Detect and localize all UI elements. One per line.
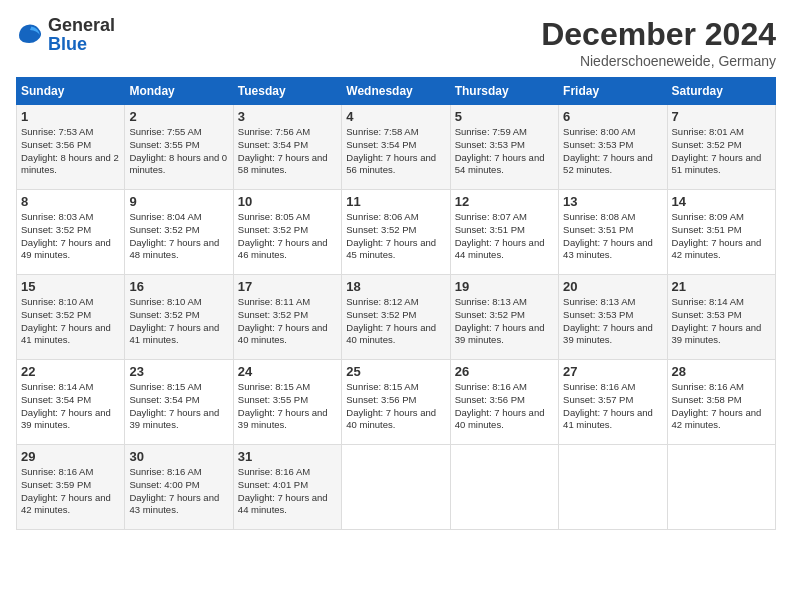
day-cell: 5 Sunrise: 7:59 AMSunset: 3:53 PMDayligh… <box>450 105 558 190</box>
day-detail: Sunrise: 8:12 AMSunset: 3:52 PMDaylight:… <box>346 296 445 347</box>
day-cell: 31 Sunrise: 8:16 AMSunset: 4:01 PMDaylig… <box>233 445 341 530</box>
header-friday: Friday <box>559 78 667 105</box>
day-cell: 9 Sunrise: 8:04 AMSunset: 3:52 PMDayligh… <box>125 190 233 275</box>
day-detail: Sunrise: 8:15 AMSunset: 3:55 PMDaylight:… <box>238 381 337 432</box>
day-number: 30 <box>129 449 228 464</box>
day-detail: Sunrise: 8:16 AMSunset: 4:00 PMDaylight:… <box>129 466 228 517</box>
day-number: 18 <box>346 279 445 294</box>
day-number: 1 <box>21 109 120 124</box>
day-cell: 21 Sunrise: 8:14 AMSunset: 3:53 PMDaylig… <box>667 275 775 360</box>
day-number: 29 <box>21 449 120 464</box>
day-detail: Sunrise: 8:16 AMSunset: 3:58 PMDaylight:… <box>672 381 771 432</box>
day-detail: Sunrise: 8:10 AMSunset: 3:52 PMDaylight:… <box>129 296 228 347</box>
week-row-5: 29 Sunrise: 8:16 AMSunset: 3:59 PMDaylig… <box>17 445 776 530</box>
day-number: 4 <box>346 109 445 124</box>
day-cell: 24 Sunrise: 8:15 AMSunset: 3:55 PMDaylig… <box>233 360 341 445</box>
day-detail: Sunrise: 8:04 AMSunset: 3:52 PMDaylight:… <box>129 211 228 262</box>
day-cell: 7 Sunrise: 8:01 AMSunset: 3:52 PMDayligh… <box>667 105 775 190</box>
day-detail: Sunrise: 8:14 AMSunset: 3:54 PMDaylight:… <box>21 381 120 432</box>
day-number: 25 <box>346 364 445 379</box>
day-detail: Sunrise: 8:07 AMSunset: 3:51 PMDaylight:… <box>455 211 554 262</box>
day-detail: Sunrise: 8:10 AMSunset: 3:52 PMDaylight:… <box>21 296 120 347</box>
day-detail: Sunrise: 8:16 AMSunset: 3:56 PMDaylight:… <box>455 381 554 432</box>
day-number: 28 <box>672 364 771 379</box>
day-number: 27 <box>563 364 662 379</box>
day-detail: Sunrise: 7:53 AMSunset: 3:56 PMDaylight:… <box>21 126 120 177</box>
header-wednesday: Wednesday <box>342 78 450 105</box>
day-cell: 3 Sunrise: 7:56 AMSunset: 3:54 PMDayligh… <box>233 105 341 190</box>
day-number: 5 <box>455 109 554 124</box>
day-cell: 30 Sunrise: 8:16 AMSunset: 4:00 PMDaylig… <box>125 445 233 530</box>
week-row-4: 22 Sunrise: 8:14 AMSunset: 3:54 PMDaylig… <box>17 360 776 445</box>
week-row-3: 15 Sunrise: 8:10 AMSunset: 3:52 PMDaylig… <box>17 275 776 360</box>
day-cell: 1 Sunrise: 7:53 AMSunset: 3:56 PMDayligh… <box>17 105 125 190</box>
day-cell: 14 Sunrise: 8:09 AMSunset: 3:51 PMDaylig… <box>667 190 775 275</box>
day-cell: 27 Sunrise: 8:16 AMSunset: 3:57 PMDaylig… <box>559 360 667 445</box>
day-detail: Sunrise: 8:13 AMSunset: 3:53 PMDaylight:… <box>563 296 662 347</box>
logo: General Blue <box>16 16 115 54</box>
day-number: 6 <box>563 109 662 124</box>
day-cell: 20 Sunrise: 8:13 AMSunset: 3:53 PMDaylig… <box>559 275 667 360</box>
day-number: 9 <box>129 194 228 209</box>
day-number: 16 <box>129 279 228 294</box>
day-cell <box>450 445 558 530</box>
day-number: 21 <box>672 279 771 294</box>
day-cell: 22 Sunrise: 8:14 AMSunset: 3:54 PMDaylig… <box>17 360 125 445</box>
day-cell <box>559 445 667 530</box>
header-sunday: Sunday <box>17 78 125 105</box>
week-row-2: 8 Sunrise: 8:03 AMSunset: 3:52 PMDayligh… <box>17 190 776 275</box>
day-cell: 6 Sunrise: 8:00 AMSunset: 3:53 PMDayligh… <box>559 105 667 190</box>
day-cell: 16 Sunrise: 8:10 AMSunset: 3:52 PMDaylig… <box>125 275 233 360</box>
day-detail: Sunrise: 8:16 AMSunset: 3:59 PMDaylight:… <box>21 466 120 517</box>
day-cell: 25 Sunrise: 8:15 AMSunset: 3:56 PMDaylig… <box>342 360 450 445</box>
day-detail: Sunrise: 7:56 AMSunset: 3:54 PMDaylight:… <box>238 126 337 177</box>
day-cell: 10 Sunrise: 8:05 AMSunset: 3:52 PMDaylig… <box>233 190 341 275</box>
day-detail: Sunrise: 8:11 AMSunset: 3:52 PMDaylight:… <box>238 296 337 347</box>
day-number: 20 <box>563 279 662 294</box>
location-title: Niederschoeneweide, Germany <box>541 53 776 69</box>
day-cell: 8 Sunrise: 8:03 AMSunset: 3:52 PMDayligh… <box>17 190 125 275</box>
day-detail: Sunrise: 8:16 AMSunset: 3:57 PMDaylight:… <box>563 381 662 432</box>
day-number: 31 <box>238 449 337 464</box>
day-cell: 15 Sunrise: 8:10 AMSunset: 3:52 PMDaylig… <box>17 275 125 360</box>
day-detail: Sunrise: 7:59 AMSunset: 3:53 PMDaylight:… <box>455 126 554 177</box>
day-detail: Sunrise: 8:05 AMSunset: 3:52 PMDaylight:… <box>238 211 337 262</box>
day-cell: 2 Sunrise: 7:55 AMSunset: 3:55 PMDayligh… <box>125 105 233 190</box>
day-number: 8 <box>21 194 120 209</box>
day-detail: Sunrise: 8:06 AMSunset: 3:52 PMDaylight:… <box>346 211 445 262</box>
day-number: 14 <box>672 194 771 209</box>
day-cell: 11 Sunrise: 8:06 AMSunset: 3:52 PMDaylig… <box>342 190 450 275</box>
day-detail: Sunrise: 8:09 AMSunset: 3:51 PMDaylight:… <box>672 211 771 262</box>
day-cell: 17 Sunrise: 8:11 AMSunset: 3:52 PMDaylig… <box>233 275 341 360</box>
logo-general: General Blue <box>48 16 115 54</box>
title-area: December 2024 Niederschoeneweide, German… <box>541 16 776 69</box>
day-number: 22 <box>21 364 120 379</box>
day-number: 13 <box>563 194 662 209</box>
header-thursday: Thursday <box>450 78 558 105</box>
day-detail: Sunrise: 8:13 AMSunset: 3:52 PMDaylight:… <box>455 296 554 347</box>
header-monday: Monday <box>125 78 233 105</box>
day-cell: 26 Sunrise: 8:16 AMSunset: 3:56 PMDaylig… <box>450 360 558 445</box>
day-cell: 28 Sunrise: 8:16 AMSunset: 3:58 PMDaylig… <box>667 360 775 445</box>
month-title: December 2024 <box>541 16 776 53</box>
day-detail: Sunrise: 8:08 AMSunset: 3:51 PMDaylight:… <box>563 211 662 262</box>
day-number: 7 <box>672 109 771 124</box>
day-detail: Sunrise: 8:01 AMSunset: 3:52 PMDaylight:… <box>672 126 771 177</box>
day-number: 10 <box>238 194 337 209</box>
day-cell: 19 Sunrise: 8:13 AMSunset: 3:52 PMDaylig… <box>450 275 558 360</box>
day-number: 12 <box>455 194 554 209</box>
day-number: 24 <box>238 364 337 379</box>
day-detail: Sunrise: 8:15 AMSunset: 3:54 PMDaylight:… <box>129 381 228 432</box>
logo-icon <box>16 21 44 49</box>
day-cell: 12 Sunrise: 8:07 AMSunset: 3:51 PMDaylig… <box>450 190 558 275</box>
day-number: 3 <box>238 109 337 124</box>
day-detail: Sunrise: 8:14 AMSunset: 3:53 PMDaylight:… <box>672 296 771 347</box>
day-cell: 4 Sunrise: 7:58 AMSunset: 3:54 PMDayligh… <box>342 105 450 190</box>
day-cell: 23 Sunrise: 8:15 AMSunset: 3:54 PMDaylig… <box>125 360 233 445</box>
day-number: 17 <box>238 279 337 294</box>
day-detail: Sunrise: 8:16 AMSunset: 4:01 PMDaylight:… <box>238 466 337 517</box>
day-detail: Sunrise: 7:55 AMSunset: 3:55 PMDaylight:… <box>129 126 228 177</box>
day-detail: Sunrise: 8:03 AMSunset: 3:52 PMDaylight:… <box>21 211 120 262</box>
day-cell: 29 Sunrise: 8:16 AMSunset: 3:59 PMDaylig… <box>17 445 125 530</box>
day-detail: Sunrise: 8:00 AMSunset: 3:53 PMDaylight:… <box>563 126 662 177</box>
